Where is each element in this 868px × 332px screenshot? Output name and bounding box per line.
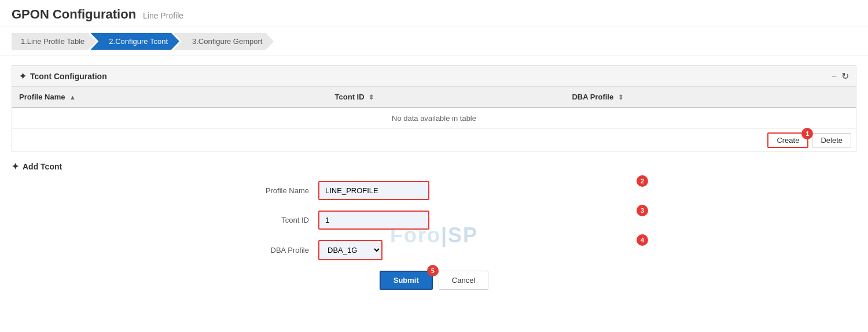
tcont-id-input[interactable] xyxy=(318,211,429,230)
page-title: GPON Configuration xyxy=(12,7,136,21)
refresh-button[interactable]: ↻ xyxy=(841,71,849,82)
page-header: GPON Configuration Line Profile xyxy=(0,0,868,27)
tcont-configuration-panel: ✦ Tcont Configuration − ↻ Profile Name ▲… xyxy=(12,65,856,152)
cancel-button[interactable]: Cancel xyxy=(439,271,488,290)
add-tcont-title: ✦ Add Tcont xyxy=(12,161,856,172)
step-3-label[interactable]: 3.Configure Gemport xyxy=(174,33,274,50)
step-2-label[interactable]: 2.Configure Tcont xyxy=(90,33,179,50)
col-profile-name: Profile Name ▲ xyxy=(12,87,328,108)
col-dba-profile: DBA Profile ⇕ xyxy=(565,87,856,108)
tcont-id-row: Tcont ID 3 xyxy=(226,211,642,230)
tcont-table-container: Profile Name ▲ Tcont ID ⇕ DBA Profile ⇕ … xyxy=(12,87,856,128)
section-controls: − ↻ xyxy=(832,71,849,82)
page-subtitle: Line Profile xyxy=(143,11,183,20)
dba-profile-row: DBA Profile 4 DBA_1G DBA_100M DBA_10M xyxy=(226,240,642,260)
badge-4: 4 xyxy=(637,234,648,246)
delete-button[interactable]: Delete xyxy=(812,133,851,147)
puzzle-icon: ✦ xyxy=(19,71,27,82)
add-puzzle-icon: ✦ xyxy=(12,161,19,172)
submit-wrap: 5 Submit xyxy=(380,271,433,290)
dba-profile-label: DBA Profile xyxy=(226,246,318,254)
form-buttons: 5 Submit Cancel xyxy=(226,271,642,290)
badge-2: 2 xyxy=(637,175,648,187)
badge-3: 3 xyxy=(637,205,648,216)
dba-profile-select[interactable]: DBA_1G DBA_100M DBA_10M xyxy=(318,240,382,260)
no-data-text: No data available in table xyxy=(12,108,856,128)
badge-create: 1 xyxy=(801,128,813,139)
wizard-bar: 1.Line Profile Table 2.Configure Tcont 3… xyxy=(0,27,868,56)
minimize-button[interactable]: − xyxy=(832,71,837,82)
table-actions: 1 Create Delete xyxy=(12,128,856,152)
section-header: ✦ Tcont Configuration − ↻ xyxy=(12,66,856,87)
tcont-table: Profile Name ▲ Tcont ID ⇕ DBA Profile ⇕ … xyxy=(12,87,856,128)
wizard-step-3[interactable]: 3.Configure Gemport xyxy=(174,33,274,50)
sort-icon-tcont: ⇕ xyxy=(369,94,374,101)
add-tcont-form: Foro|SP Profile Name 2 Tcont ID 3 DBA Pr… xyxy=(226,181,642,290)
section-title: ✦ Tcont Configuration xyxy=(19,71,107,82)
add-tcont-section: ✦ Add Tcont Foro|SP Profile Name 2 Tcont… xyxy=(0,161,868,301)
step-1-label[interactable]: 1.Line Profile Table xyxy=(12,33,96,50)
profile-name-label: Profile Name xyxy=(226,186,318,195)
tcont-id-label: Tcont ID xyxy=(226,216,318,224)
profile-name-row: Profile Name 2 xyxy=(226,181,642,200)
sort-icon-dba: ⇕ xyxy=(618,94,623,101)
submit-button[interactable]: Submit xyxy=(380,271,433,290)
create-button-wrap: 1 Create xyxy=(767,132,808,148)
sort-icon-profile: ▲ xyxy=(69,94,76,101)
badge-5: 5 xyxy=(427,265,439,276)
no-data-row: No data available in table xyxy=(12,108,856,128)
profile-name-input[interactable] xyxy=(318,181,429,200)
wizard-step-1[interactable]: 1.Line Profile Table xyxy=(12,33,96,50)
wizard-step-2[interactable]: 2.Configure Tcont xyxy=(90,33,179,50)
col-tcont-id: Tcont ID ⇕ xyxy=(328,87,565,108)
